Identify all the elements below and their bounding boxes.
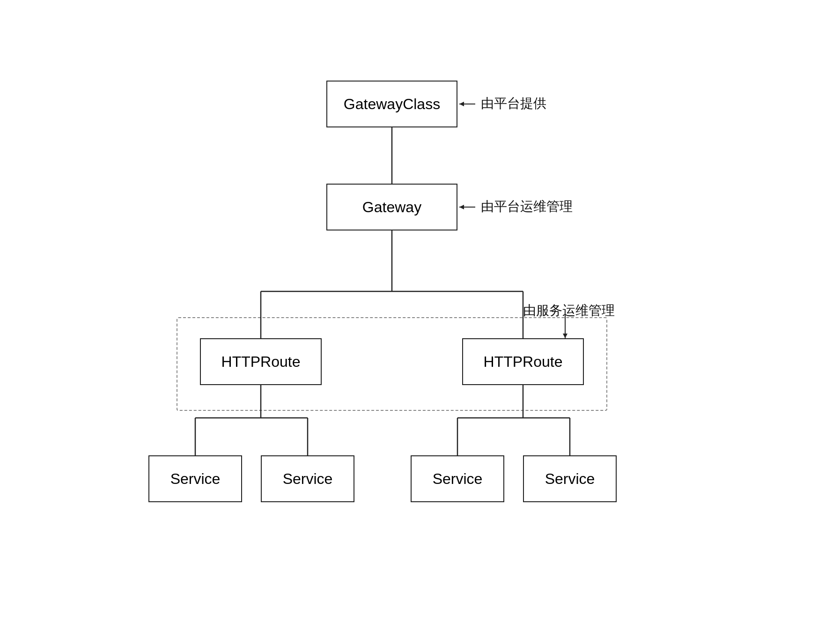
svg-marker-16 [459, 205, 464, 209]
service3-node: Service [411, 455, 504, 502]
service4-node: Service [523, 455, 617, 502]
httproute1-node: HTTPRoute [200, 338, 322, 385]
service1-node: Service [148, 455, 242, 502]
gatewayclass-label: GatewayClass [344, 96, 440, 113]
gateway-annotation: 由平台运维管理 [481, 198, 573, 215]
service1-label: Service [170, 470, 221, 488]
httproute2-node: HTTPRoute [462, 338, 584, 385]
httproute2-label: HTTPRoute [484, 353, 563, 371]
svg-marker-14 [459, 102, 464, 106]
service3-label: Service [433, 470, 483, 488]
service4-label: Service [545, 470, 595, 488]
service2-label: Service [283, 470, 333, 488]
service-annotation: 由服务运维管理 [523, 302, 615, 320]
gatewayclass-node: GatewayClass [326, 81, 457, 127]
gateway-label: Gateway [362, 199, 421, 216]
gatewayclass-annotation: 由平台提供 [481, 95, 546, 112]
service2-node: Service [261, 455, 354, 502]
diagram-container: GatewayClass Gateway HTTPRoute HTTPRoute… [139, 62, 701, 577]
gateway-node: Gateway [326, 184, 457, 230]
httproute1-label: HTTPRoute [221, 353, 301, 371]
